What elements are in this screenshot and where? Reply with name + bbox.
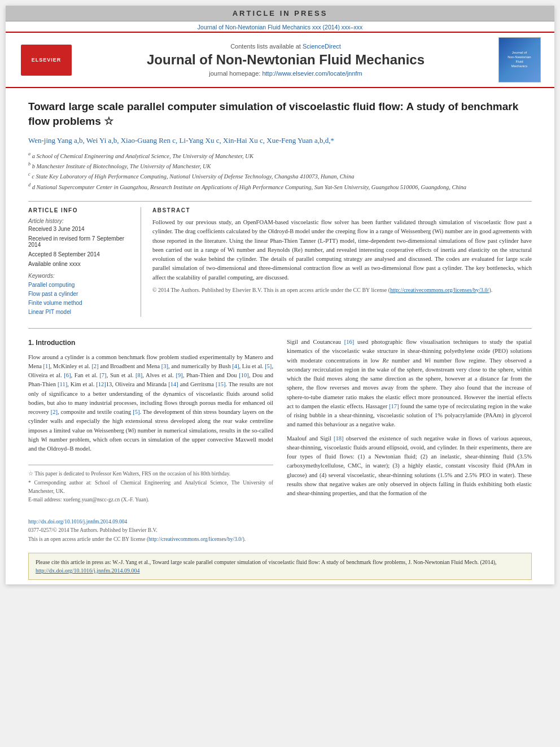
cite-9[interactable]: [9]: [176, 372, 182, 378]
copyright-line: © 2014 The Authors. Published by Elsevie…: [152, 286, 532, 294]
copyright-end: ).: [489, 287, 492, 293]
received-date: Received 3 June 2014: [28, 226, 134, 232]
abstract-body: Followed by our previous study, an OpenF…: [152, 219, 532, 281]
body-columns: 1. Introduction Flow around a cylinder i…: [28, 338, 532, 504]
authors-line: Wen-jing Yang a,b, Wei Yi a,b, Xiao-Guan…: [28, 135, 532, 146]
contents-available-line: Contents lists available at ScienceDirec…: [80, 43, 491, 50]
cite-12[interactable]: [12]: [96, 381, 106, 387]
info-section: ARTICLE INFO Article history: Received 3…: [28, 201, 532, 317]
bottom-links: http://dx.doi.org/10.1016/j.jnnfm.2014.0…: [6, 516, 554, 548]
doi-link-line: http://dx.doi.org/10.1016/j.jnnfm.2014.0…: [28, 518, 532, 526]
abstract-text: Followed by our previous study, an OpenF…: [152, 218, 532, 282]
doi-line: Journal of Non-Newtonian Fluid Mechanics…: [6, 21, 554, 32]
cite-5b[interactable]: [5]: [133, 409, 139, 415]
citation-prefix: Please cite this article in press as: W.…: [36, 559, 497, 565]
footnote-2: * Corresponding author at: School of Che…: [28, 479, 273, 496]
cite-6[interactable]: [6]: [64, 372, 71, 378]
cite-4[interactable]: [4]: [232, 363, 239, 369]
copyright-text: © 2014 The Authors. Published by Elsevie…: [152, 287, 390, 293]
paper-title: Toward large scale parallel computer sim…: [28, 99, 532, 128]
journal-header-center: Contents lists available at ScienceDirec…: [80, 43, 491, 77]
sciencedirect-link[interactable]: ScienceDirect: [303, 43, 341, 50]
page: ARTICLE IN PRESS Journal of Non-Newtonia…: [6, 6, 554, 584]
cite-11[interactable]: [11]: [58, 381, 67, 387]
homepage-label: journal homepage:: [209, 70, 260, 77]
cite-18[interactable]: [18]: [334, 435, 344, 442]
cite-1[interactable]: [1]: [43, 363, 50, 369]
journal-name: Journal of Non-Newtonian Fluid Mechanics: [80, 52, 491, 68]
revised-date: Received in revised form 7 September 201…: [28, 235, 134, 248]
cite-3[interactable]: [3]: [161, 363, 168, 369]
keywords-label: Keywords:: [28, 273, 134, 279]
elsevier-logo: ELSEVIER: [21, 45, 72, 76]
article-info-heading: ARTICLE INFO: [28, 207, 134, 213]
journal-cover-text: Journal ofNon-NewtonianFluidMechanics: [508, 51, 531, 68]
journal-homepage-line: journal homepage: http://www.elsevier.co…: [80, 70, 491, 77]
journal-issue-line: Journal of Non-Newtonian Fluid Mechanics…: [198, 24, 362, 30]
body-col1-para1: Flow around a cylinder is a common bench…: [28, 353, 273, 454]
citation-link[interactable]: http://dx.doi.org/10.1016/j.jnnfm.2014.0…: [36, 567, 140, 574]
aip-banner-text: ARTICLE IN PRESS: [233, 9, 328, 18]
paper-title-text: Toward large scale parallel computer sim…: [28, 101, 518, 127]
history-label: Article history:: [28, 218, 134, 224]
cite-16[interactable]: [16]: [344, 339, 355, 345]
issn-text: 0377-0257/© 2014 The Authors. Published …: [28, 527, 158, 533]
journal-header-left: ELSEVIER: [12, 45, 80, 76]
journal-cover-image: Journal ofNon-NewtonianFluidMechanics: [498, 37, 541, 82]
keyword-4: Linear PIT model: [28, 308, 134, 317]
affiliation-c: c c State Key Laboratory of High Perform…: [28, 171, 532, 181]
abstract-heading: ABSTRACT: [152, 207, 532, 213]
oa-text: This is an open access article under the…: [28, 536, 148, 542]
abstract-section: ABSTRACT Followed by our previous study,…: [152, 207, 532, 317]
paper-title-star: ☆: [104, 115, 113, 127]
oa-link[interactable]: http://creativecommons.org/licenses/by/3…: [148, 536, 243, 542]
homepage-link[interactable]: http://www.elsevier.com/locate/jnnfm: [262, 70, 362, 77]
body-divider: [28, 328, 532, 329]
body-col-left: 1. Introduction Flow around a cylinder i…: [28, 338, 273, 504]
keyword-1: Parallel computing: [28, 281, 134, 290]
section1-heading: 1. Introduction: [28, 338, 273, 348]
cite-15[interactable]: [15]: [216, 381, 226, 387]
cite-2b[interactable]: [2]: [51, 409, 58, 415]
accepted-date: Accepted 8 September 2014: [28, 251, 134, 257]
footnote-1: ☆ This paper is dedicated to Professor K…: [28, 470, 273, 478]
main-content: Toward large scale parallel computer sim…: [6, 99, 554, 516]
doi-link[interactable]: http://dx.doi.org/10.1016/j.jnnfm.2014.0…: [28, 519, 127, 525]
affiliation-b: b b Manchester Institute of Biotechnolog…: [28, 161, 532, 171]
keyword-2: Flow past a cylinder: [28, 290, 134, 299]
body-col2-para1: Sigil and Coutanceau [16] used photograp…: [287, 338, 532, 430]
body-col2-para2: Maalouf and Sigil [18] observed the exis…: [287, 434, 532, 499]
oa-end: ).: [243, 536, 246, 542]
contents-text: Contents lists available at: [230, 43, 301, 50]
affiliation-d: d d National Supercomputer Center in Gua…: [28, 182, 532, 192]
cite-8[interactable]: [8]: [135, 372, 142, 378]
cite-7[interactable]: [7]: [99, 372, 106, 378]
cite-2[interactable]: [2]: [91, 363, 98, 369]
elsevier-label: ELSEVIER: [32, 57, 62, 63]
body-col-right: Sigil and Coutanceau [16] used photograp…: [287, 338, 532, 504]
affiliation-a: a a School of Chemical Engineering and A…: [28, 151, 532, 161]
keyword-3: Finite volume method: [28, 299, 134, 308]
citation-box: Please cite this article in press as: W.…: [28, 553, 532, 580]
affiliations: a a School of Chemical Engineering and A…: [28, 151, 532, 192]
footnote-area: ☆ This paper is dedicated to Professor K…: [28, 465, 273, 504]
cite-10[interactable]: [10]: [239, 372, 249, 378]
oa-line: This is an open access article under the…: [28, 535, 532, 544]
article-info-column: ARTICLE INFO Article history: Received 3…: [28, 207, 141, 317]
footnote-3: E-mail address: xuefeng.yuan@nscc-gz.cn …: [28, 496, 273, 504]
journal-header-right: Journal ofNon-NewtonianFluidMechanics: [491, 37, 548, 82]
aip-banner: ARTICLE IN PRESS: [6, 6, 554, 21]
issn-line: 0377-0257/© 2014 The Authors. Published …: [28, 526, 532, 535]
cc-license-link[interactable]: http://creativecommons.org/licenses/by/3…: [390, 287, 489, 293]
available-date: Available online xxxx: [28, 261, 134, 267]
cite-14[interactable]: [14]: [168, 381, 178, 387]
journal-header: ELSEVIER Contents lists available at Sci…: [6, 32, 554, 88]
cite-5[interactable]: [5]: [265, 363, 272, 369]
authors-text: Wen-jing Yang a,b, Wei Yi a,b, Xiao-Guan…: [28, 136, 334, 145]
cite-17[interactable]: [17]: [389, 403, 399, 409]
